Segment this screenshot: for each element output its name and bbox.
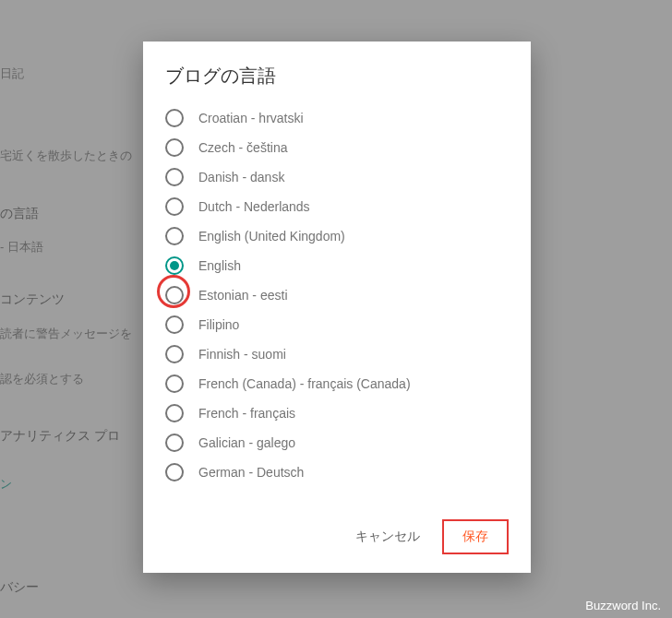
radio-icon [165,374,184,393]
language-option[interactable]: Croatian - hrvatski [165,103,531,133]
language-option[interactable]: Galician - galego [165,428,531,458]
radio-icon [165,463,184,481]
language-option[interactable]: French (Canada) - français (Canada) [165,369,531,398]
language-label: French (Canada) - français (Canada) [198,376,411,391]
dialog-title: ブログの言語 [143,42,531,103]
language-label: Estonian - eesti [198,288,288,303]
language-option[interactable]: Danish - dansk [165,162,531,192]
language-options-list[interactable]: Croatian - hrvatskiCzech - češtinaDanish… [165,103,531,505]
radio-icon [165,168,184,186]
save-button[interactable]: 保存 [442,519,509,554]
language-option[interactable]: Dutch - Nederlands [165,192,531,221]
language-option[interactable]: Estonian - eesti [165,280,531,310]
language-option[interactable]: English [165,251,531,280]
radio-icon [165,197,184,216]
cancel-button[interactable]: キャンセル [355,529,420,545]
radio-icon [165,315,184,334]
radio-icon [165,138,184,157]
radio-icon [165,109,184,127]
language-label: Danish - dansk [198,170,284,184]
language-label: French - français [198,406,295,421]
options-container: Croatian - hrvatskiCzech - češtinaDanish… [143,103,531,505]
language-label: Filipino [198,317,239,332]
language-option[interactable]: French - français [165,398,531,428]
radio-icon [165,434,184,452]
language-label: Finnish - suomi [198,347,286,362]
language-label: English (United Kingdom) [198,229,345,244]
language-option[interactable]: German - Deutsch [165,458,531,487]
radio-icon [165,345,184,363]
language-label: Dutch - Nederlands [198,199,310,214]
dialog-actions: キャンセル 保存 [143,505,531,573]
watermark: Buzzword Inc. [585,599,661,612]
language-label: Galician - galego [198,435,295,450]
language-option[interactable]: Filipino [165,310,531,339]
language-option[interactable]: Finnish - suomi [165,339,531,369]
language-option[interactable]: English (United Kingdom) [165,221,531,251]
radio-icon [165,227,184,245]
language-option[interactable]: Czech - čeština [165,133,531,162]
language-label: Croatian - hrvatski [198,111,304,125]
radio-icon [165,256,184,275]
radio-icon [165,404,184,422]
language-label: German - Deutsch [198,465,304,480]
radio-icon [165,286,184,304]
language-dialog: ブログの言語 Croatian - hrvatskiCzech - češtin… [143,42,531,573]
language-label: Czech - čeština [198,140,287,155]
language-label: English [198,258,241,273]
